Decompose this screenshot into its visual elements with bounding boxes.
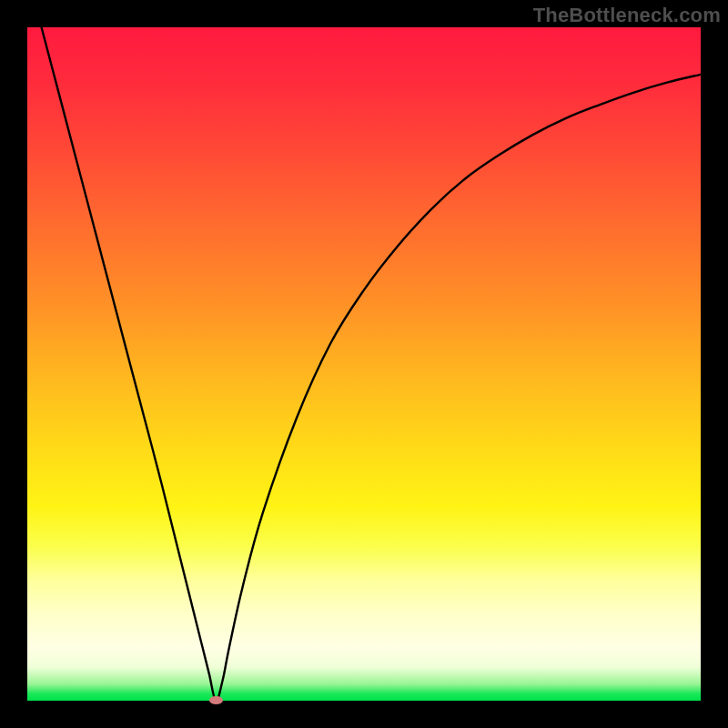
watermark-text: TheBottleneck.com xyxy=(533,4,721,27)
bottleneck-curve xyxy=(27,27,701,701)
plot-area xyxy=(27,27,701,701)
chart-frame: TheBottleneck.com xyxy=(0,0,728,728)
optimum-marker xyxy=(209,696,223,704)
